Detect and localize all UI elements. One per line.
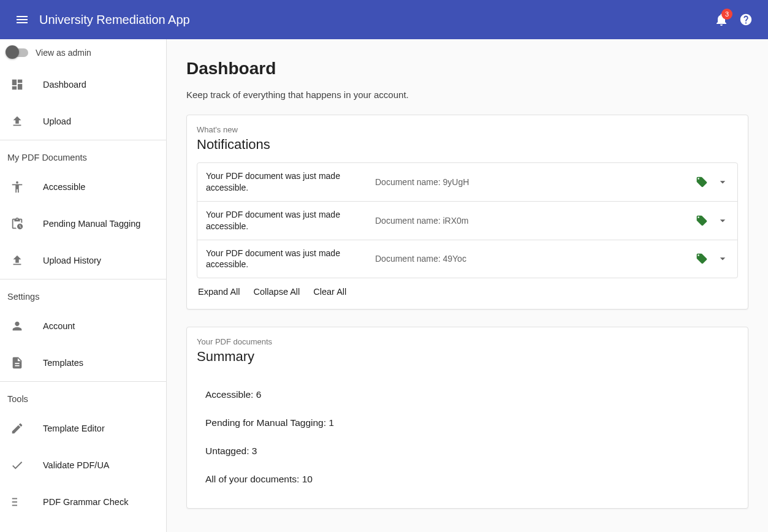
- notification-message: Your PDF document was just made accessib…: [206, 209, 365, 232]
- sidebar-item-label: Template Editor: [43, 424, 105, 433]
- toggle-track: [7, 48, 28, 57]
- rules-icon: [10, 495, 25, 509]
- upload-icon: [10, 114, 25, 129]
- notification-message: Your PDF document was just made accessib…: [206, 248, 365, 271]
- sidebar-item-upload-history[interactable]: Upload History: [0, 242, 166, 279]
- toggle-thumb: [6, 45, 19, 59]
- sidebar-section-settings: Settings: [0, 279, 166, 308]
- sidebar-item-label: Upload: [43, 116, 71, 126]
- view-as-admin-toggle[interactable]: View as admin: [0, 39, 166, 66]
- summary-eyebrow: Your PDF documents: [197, 337, 738, 346]
- menu-button[interactable]: [10, 7, 34, 32]
- summary-item-pending: Pending for Manual Tagging: 1: [205, 409, 729, 437]
- sidebar-item-label: Account: [43, 321, 75, 331]
- notification-row[interactable]: Your PDF document was just made accessib…: [197, 240, 737, 278]
- document-icon: [10, 355, 25, 370]
- upload-icon: [10, 253, 25, 268]
- sidebar-section-tools: Tools: [0, 381, 166, 410]
- notification-actions: [696, 176, 729, 188]
- page-title: Dashboard: [186, 59, 748, 78]
- main-content: Dashboard Keep track of everything that …: [167, 39, 768, 532]
- chevron-down-icon[interactable]: [717, 253, 729, 265]
- notification-document: Document name: 9yUgH: [375, 177, 686, 187]
- summary-item-untagged: Untagged: 3: [205, 437, 729, 465]
- sidebar-item-validate-pdf-ua[interactable]: Validate PDF/UA: [0, 447, 166, 484]
- sidebar-item-template-editor[interactable]: Template Editor: [0, 410, 166, 447]
- notifications-button[interactable]: 3: [709, 7, 734, 32]
- page-subtitle: Keep track of everything that happens in…: [186, 89, 748, 100]
- sidebar-item-dashboard[interactable]: Dashboard: [0, 66, 166, 103]
- sidebar-section-my-pdf-documents: My PDF Documents: [0, 140, 166, 169]
- summary-item-all: All of your documents: 10: [205, 465, 729, 493]
- tag-icon: [696, 215, 708, 227]
- sidebar-item-label: Upload History: [43, 256, 101, 265]
- summary-card: Your PDF documents Summary Accessible: 6…: [186, 327, 748, 509]
- notification-row[interactable]: Your PDF document was just made accessib…: [197, 163, 737, 202]
- help-icon: [739, 13, 753, 26]
- sidebar-item-pdf-grammar-check[interactable]: PDF Grammar Check: [0, 484, 166, 520]
- sidebar-item-label: Validate PDF/UA: [43, 460, 110, 470]
- sidebar-item-label: Pending Manual Tagging: [43, 219, 140, 229]
- check-icon: [10, 458, 25, 473]
- menu-icon: [15, 12, 29, 27]
- person-icon: [10, 319, 25, 333]
- notifications-card: What's new Notifications Your PDF docume…: [186, 115, 748, 310]
- svg-rect-1: [12, 501, 17, 503]
- sidebar-item-account[interactable]: Account: [0, 308, 166, 344]
- app-bar: University Remediation App 3: [0, 0, 768, 39]
- summary-list: Accessible: 6 Pending for Manual Tagging…: [197, 374, 738, 498]
- sidebar-item-label: PDF Grammar Check: [43, 497, 128, 507]
- sidebar-item-accessible[interactable]: Accessible: [0, 169, 166, 205]
- chevron-down-icon[interactable]: [717, 176, 729, 188]
- notification-message: Your PDF document was just made accessib…: [206, 170, 365, 194]
- sidebar-item-pending-manual-tagging[interactable]: Pending Manual Tagging: [0, 205, 166, 242]
- notifications-title: Notifications: [197, 137, 738, 153]
- view-as-admin-label: View as admin: [36, 48, 91, 58]
- clipboard-clock-icon: [10, 216, 25, 231]
- sidebar-item-label: Templates: [43, 358, 83, 368]
- pencil-icon: [10, 421, 25, 436]
- app-title: University Remediation App: [39, 13, 709, 27]
- sidebar-item-label: Accessible: [43, 182, 85, 192]
- svg-rect-2: [12, 505, 17, 506]
- tag-icon: [696, 176, 708, 188]
- sidebar-item-upload[interactable]: Upload: [0, 103, 166, 140]
- notification-badge: 3: [721, 9, 732, 20]
- help-button[interactable]: [734, 7, 758, 32]
- notifications-list: Your PDF document was just made accessib…: [197, 162, 738, 278]
- notification-row[interactable]: Your PDF document was just made accessib…: [197, 202, 737, 240]
- notification-action-row: Expand All Collapse All Clear All: [197, 278, 738, 299]
- notification-actions: [696, 253, 729, 265]
- svg-rect-0: [12, 498, 17, 500]
- clear-all-button[interactable]: Clear All: [313, 287, 346, 297]
- tag-icon: [696, 253, 708, 265]
- notifications-eyebrow: What's new: [197, 125, 738, 134]
- sidebar: View as admin Dashboard Upload My PDF Do…: [0, 39, 167, 532]
- notification-actions: [696, 215, 729, 227]
- expand-all-button[interactable]: Expand All: [198, 287, 240, 297]
- summary-title: Summary: [197, 349, 738, 365]
- chevron-down-icon[interactable]: [717, 215, 729, 227]
- notification-document: Document name: 49Yoc: [375, 254, 686, 264]
- sidebar-item-templates[interactable]: Templates: [0, 344, 166, 381]
- notification-document: Document name: iRX0m: [375, 216, 686, 226]
- accessibility-icon: [10, 180, 25, 194]
- collapse-all-button[interactable]: Collapse All: [254, 287, 300, 297]
- summary-item-accessible: Accessible: 6: [205, 381, 729, 409]
- dashboard-icon: [10, 77, 25, 92]
- sidebar-item-label: Dashboard: [43, 80, 86, 89]
